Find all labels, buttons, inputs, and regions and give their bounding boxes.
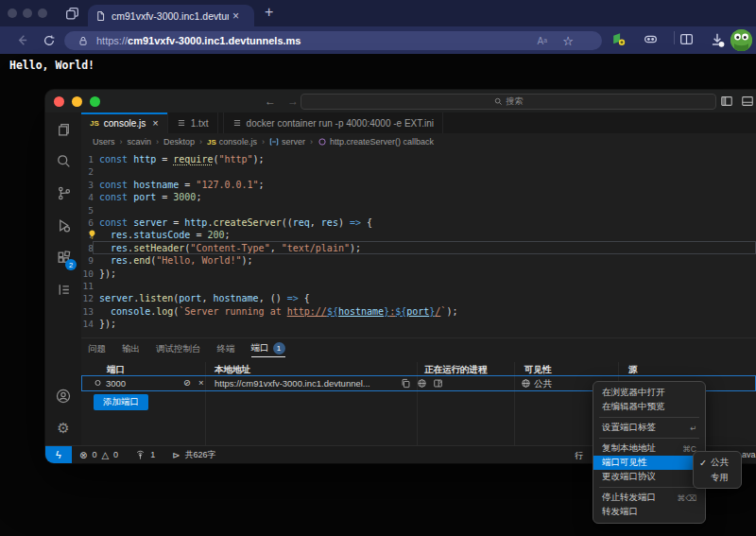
remote-tunnel-indicator[interactable]: ϟ (45, 446, 72, 463)
menu-item[interactable]: 复制本地地址⌘C (593, 441, 705, 456)
source-control-icon[interactable] (45, 177, 81, 209)
code-token: }); (99, 319, 116, 329)
menu-separator (599, 417, 699, 418)
errors-icon[interactable]: ⊗ (79, 450, 87, 460)
code-token: const (99, 154, 133, 164)
panel-tab-1[interactable]: 输出 (122, 343, 140, 357)
layout-panel-icon[interactable] (741, 95, 754, 108)
menu-item[interactable]: 端口可见性› (593, 456, 705, 470)
code-token: port (133, 192, 156, 202)
code-token: const (99, 180, 133, 190)
extensions-icon[interactable]: 2 (45, 241, 81, 273)
editor-tab-0[interactable]: JSconsole.js× (81, 112, 168, 133)
copilot-goggles-icon[interactable] (643, 31, 659, 47)
menu-item[interactable]: 在编辑器中预览 (593, 400, 705, 414)
cursor-position-fragment[interactable]: 行 (575, 450, 583, 462)
ports-radio-tower-icon[interactable] (135, 450, 146, 460)
run-debug-icon[interactable] (45, 209, 81, 241)
code-line: 5 (81, 204, 756, 216)
split-screen-icon[interactable] (679, 31, 695, 47)
read-aloud-icon[interactable]: Aᵃ (538, 36, 547, 46)
settings-gear-icon[interactable]: ⚙ (45, 412, 81, 444)
code-token: "127.0.0.1" (196, 180, 258, 190)
explorer-files-icon[interactable] (45, 112, 81, 145)
workspaces-icon[interactable] (64, 6, 80, 22)
lightbulb-icon[interactable] (87, 229, 97, 240)
language-mode-fragment[interactable]: ava (742, 450, 756, 459)
tab-label: console.js (104, 118, 146, 129)
menu-item[interactable]: 转发端口 (593, 505, 705, 519)
profile-avatar[interactable] (730, 29, 752, 51)
line-number: 8 (81, 242, 95, 254)
browser-tab[interactable]: cm91vxfv-3000.inc1.devtunnel × (88, 5, 254, 26)
tab-close-icon[interactable]: × (152, 117, 158, 129)
word-count[interactable]: 共626字 (185, 449, 216, 461)
stop-port-icon[interactable]: ⊘ (183, 377, 191, 388)
preview-in-editor-icon[interactable] (433, 378, 443, 389)
port-visibility-submenu: ✓公共专用 (693, 451, 742, 489)
menu-item[interactable]: 停止转发端口⌘⌫ (593, 491, 705, 505)
tab-title: cm91vxfv-3000.inc1.devtunnel (112, 10, 229, 22)
refresh-icon[interactable] (43, 34, 56, 47)
panel-tab-2[interactable]: 调试控制台 (156, 343, 201, 357)
history-nav[interactable]: ←→ (265, 95, 299, 108)
tab-close-icon[interactable]: × (232, 9, 239, 23)
editor-tab-2[interactable]: docker container run -p 4000:4000 -e EXT… (223, 112, 443, 133)
errors-count[interactable]: 0 (92, 450, 96, 459)
line-content: const http = require("http"); (99, 153, 265, 165)
code-line: 9 res.end("Hello, World!"); (81, 254, 756, 267)
open-in-browser-globe-icon[interactable] (417, 378, 427, 389)
code-token: , () (259, 293, 287, 303)
breadcrumb-item[interactable]: Users (93, 137, 115, 147)
accounts-icon[interactable] (45, 380, 81, 412)
line-content: res.end("Hello, World!"); (99, 254, 253, 267)
code-line: 11 (81, 280, 756, 292)
line-content: res.statusCode = 200; (99, 229, 231, 241)
menu-item[interactable]: 更改端口协议› (593, 470, 705, 484)
downloads-icon[interactable] (709, 31, 726, 48)
code-token: setHeader (133, 243, 184, 253)
breadcrumb-item[interactable]: console.js (219, 137, 257, 147)
menu-item[interactable]: 设置端口标签↵ (593, 421, 705, 435)
favorite-star-icon[interactable]: ☆ (562, 35, 574, 47)
close-port-icon[interactable]: × (198, 377, 204, 388)
submenu-item[interactable]: ✓公共 (694, 455, 741, 470)
breadcrumb-item[interactable]: Desktop (163, 137, 195, 147)
code-token: res (111, 243, 128, 253)
submenu-item[interactable]: 专用 (694, 470, 741, 485)
code-token: res (111, 255, 128, 266)
add-port-button[interactable]: 添加端口 (94, 394, 148, 410)
new-tab-button[interactable]: + (265, 4, 273, 21)
search-sidebar-icon[interactable] (45, 145, 81, 177)
code-token: }); (99, 268, 116, 279)
layout-sidebar-icon[interactable] (720, 95, 733, 108)
panel-tab-3[interactable]: 终端 (217, 343, 235, 357)
menu-item[interactable]: 在浏览器中打开 (593, 386, 705, 400)
code-token: = (167, 217, 184, 228)
forwarded-ports-count[interactable]: 1 (150, 450, 155, 459)
list-tree-icon[interactable] (45, 273, 81, 305)
vscode-window-controls[interactable] (54, 96, 100, 107)
code-token: , (310, 217, 321, 228)
line-content: }); (99, 268, 116, 280)
port-local-address[interactable]: https://cm91vxfv-3000.inc1.devtunnel... (215, 378, 370, 389)
command-center-search[interactable]: 搜索 (301, 94, 716, 110)
code-line: 3const hostname = "127.0.0.1"; (81, 179, 756, 191)
code-token: require (173, 154, 213, 164)
window-controls[interactable] (8, 9, 47, 18)
editor-tab-1[interactable]: 1.txt (168, 112, 218, 133)
extension-icon-green[interactable] (610, 31, 627, 47)
symbol-method-icon (318, 137, 327, 147)
warnings-count[interactable]: 0 (113, 450, 118, 459)
breadcrumb-item[interactable]: http.createServer() callback (330, 137, 434, 147)
breadcrumb-item[interactable]: server (282, 137, 305, 147)
panel-tab-0[interactable]: 问题 (88, 343, 106, 357)
copy-address-icon[interactable] (401, 378, 411, 389)
url-bar[interactable]: https://cm91vxfv-3000.inc1.devtunnels.ms… (64, 31, 602, 50)
menu-item-label: 端口可见性 (602, 457, 647, 469)
back-icon[interactable] (15, 33, 29, 47)
warnings-icon[interactable]: △ (101, 450, 109, 460)
breadcrumb-item[interactable]: scavin (128, 137, 152, 147)
code-editor[interactable]: 1const http = require("http");23const ho… (81, 150, 756, 337)
panel-tab-4[interactable]: 端口1 (251, 342, 285, 357)
